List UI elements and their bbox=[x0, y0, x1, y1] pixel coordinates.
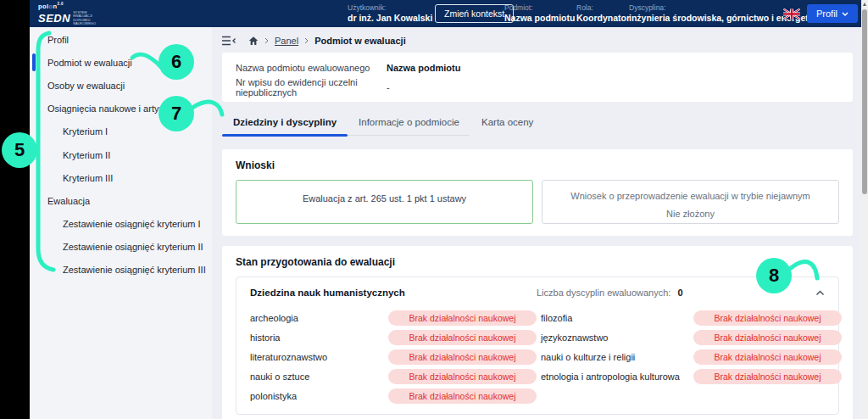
sidebar-item-zestawienie-1[interactable]: Zestawienie osiągnięć kryterium I bbox=[30, 213, 212, 236]
breadcrumb-panel-link[interactable]: Panel bbox=[275, 36, 298, 46]
confidential-request-status: Nie złożony bbox=[542, 209, 838, 219]
chevron-down-icon bbox=[842, 12, 849, 16]
discipline-name: etnologia i antropologia kulturowa bbox=[541, 372, 693, 382]
polon-wordmark: polon2.0 bbox=[38, 3, 96, 9]
active-tab-underline bbox=[222, 134, 348, 137]
status-badge: Brak działalności naukowej bbox=[388, 369, 537, 384]
evaluation-mode-box: Ewaluacja z art. 265 ust. 1 pkt 1 ustawy bbox=[236, 180, 533, 224]
app-window: polon2.0 SEDN SystemEwaluacjiDorobkuNauk… bbox=[30, 0, 861, 419]
discipline-name: nauki o kulturze i religii bbox=[541, 352, 693, 362]
discipline-name: filozofia bbox=[541, 313, 693, 323]
status-badge: Brak działalności naukowej bbox=[388, 388, 537, 404]
status-badge: Brak działalności naukowej bbox=[693, 369, 842, 384]
breadcrumb: Panel Podmiot w ewaluacji bbox=[222, 31, 853, 51]
user-label: Użytkownik: bbox=[348, 3, 432, 13]
registry-number-row: Nr wpisu do ewidencji uczelni niepublicz… bbox=[236, 77, 839, 97]
preparation-title: Stan przygotowania do ewaluacji bbox=[236, 256, 839, 268]
sidebar-item-zestawienie-3[interactable]: Zestawienie osiągnięć kryterium III bbox=[30, 259, 212, 282]
callout-7: 7 bbox=[159, 96, 194, 131]
main-content: Panel Podmiot w ewaluacji Nazwa podmiotu… bbox=[212, 27, 861, 419]
callout-6: 6 bbox=[159, 44, 194, 80]
discipline-name: archeologia bbox=[250, 313, 388, 323]
confidential-request-box: Wniosek o przeprowadzenie ewaluacji w tr… bbox=[542, 180, 839, 224]
subject-info-card: Nazwa podmiotu ewaluowanego Nazwa podmio… bbox=[222, 53, 853, 102]
discipline-name: literaturoznawstwo bbox=[250, 352, 388, 362]
chevron-up-icon[interactable] bbox=[815, 290, 825, 296]
chevron-right-icon bbox=[264, 36, 269, 46]
sidebar-item-zestawienie-2[interactable]: Zestawienie osiągnięć kryterium II bbox=[30, 236, 212, 259]
tab-informacje-o-podmiocie[interactable]: Informacje o podmiocie bbox=[348, 112, 470, 135]
status-badge: Brak działalności naukowej bbox=[693, 349, 842, 365]
sidebar-item-ewaluacja[interactable]: Ewaluacja bbox=[30, 189, 212, 212]
active-item-indicator bbox=[32, 53, 36, 71]
evaluated-count-value: 0 bbox=[677, 288, 682, 298]
header-context-rola: Rola: Koordynator bbox=[576, 3, 630, 24]
discipline-name: nauki o sztuce bbox=[250, 372, 388, 382]
status-badge-wrap: Brak działalności naukowej bbox=[693, 368, 842, 384]
registry-number-label: Nr wpisu do ewidencji uczelni niepublicz… bbox=[236, 77, 387, 98]
domain-name: Dziedzina nauk humanistycznych bbox=[250, 288, 537, 298]
user-name: dr inż. Jan Kowalski bbox=[348, 13, 432, 24]
subject-name-row: Nazwa podmiotu ewaluowanego Nazwa podmio… bbox=[236, 58, 839, 77]
status-badge: Brak działalności naukowej bbox=[693, 310, 842, 326]
scrollbar-thumb[interactable] bbox=[862, 9, 867, 194]
status-badge-wrap: Brak działalności naukowej bbox=[388, 368, 541, 384]
callout-8: 8 bbox=[756, 258, 792, 293]
screenshot-root: polon2.0 SEDN SystemEwaluacjiDorobkuNauk… bbox=[0, 0, 868, 419]
status-badge-wrap: Brak działalności naukowej bbox=[693, 310, 842, 326]
status-badge: Brak działalności naukowej bbox=[388, 330, 537, 345]
sidebar-item-kryterium-3[interactable]: Kryterium III bbox=[30, 166, 212, 189]
sidebar-nav: Profil Podmiot w ewaluacji Osoby w ewalu… bbox=[30, 27, 212, 419]
status-badge-wrap: Brak działalności naukowej bbox=[388, 310, 541, 326]
polon-sedn-logo: polon2.0 SEDN SystemEwaluacjiDorobkuNauk… bbox=[38, 3, 96, 26]
sedn-tagline: SystemEwaluacjiDorobkuNaukowego bbox=[73, 11, 96, 26]
status-badge: Brak działalności naukowej bbox=[693, 330, 842, 345]
confidential-request-title: Wniosek o przeprowadzenie ewaluacji w tr… bbox=[542, 191, 838, 201]
subject-name-value: Nazwa podmiotu bbox=[387, 63, 839, 73]
domain-panel-header[interactable]: Dziedzina nauk humanistycznych Liczba dy… bbox=[236, 277, 838, 308]
home-icon[interactable] bbox=[248, 36, 259, 46]
vertical-scrollbar[interactable] bbox=[861, 0, 868, 419]
tab-bar: Dziedziny i dyscypliny Informacje o podm… bbox=[222, 112, 470, 136]
tab-karta-oceny[interactable]: Karta oceny bbox=[470, 112, 544, 135]
status-badge: Brak działalności naukowej bbox=[388, 349, 537, 365]
header-user-block: Użytkownik: dr inż. Jan Kowalski bbox=[348, 3, 432, 24]
uk-flag-language-icon[interactable] bbox=[783, 8, 800, 19]
collapse-sidebar-icon[interactable] bbox=[222, 36, 236, 46]
change-context-button[interactable]: Zmień kontekst bbox=[435, 4, 514, 23]
sidebar-item-kryterium-2[interactable]: Kryterium II bbox=[30, 143, 212, 166]
wnioski-title: Wnioski bbox=[236, 159, 839, 171]
scrollbar-up-arrow-icon[interactable] bbox=[863, 3, 866, 6]
status-badge-wrap: Brak działalności naukowej bbox=[693, 349, 842, 365]
chevron-right-icon bbox=[304, 36, 309, 46]
sedn-wordmark: SEDN bbox=[38, 13, 70, 24]
status-badge-wrap: Brak działalności naukowej bbox=[693, 329, 842, 345]
tab-dziedziny-i-dyscypliny[interactable]: Dziedziny i dyscypliny bbox=[222, 112, 348, 135]
subject-name-label: Nazwa podmiotu ewaluowanego bbox=[236, 63, 387, 73]
status-badge: Brak działalności naukowej bbox=[388, 310, 537, 326]
status-badge-wrap: Brak działalności naukowej bbox=[388, 349, 541, 365]
profile-button[interactable]: Profil bbox=[807, 4, 858, 23]
status-badge-wrap: Brak działalności naukowej bbox=[388, 388, 541, 404]
wnioski-card: Wnioski Ewaluacja z art. 265 ust. 1 pkt … bbox=[222, 149, 853, 236]
evaluated-count-label: Liczba dyscyplin ewaluowanych: bbox=[537, 288, 670, 298]
domain-panel-humanistyczne: Dziedzina nauk humanistycznych Liczba dy… bbox=[236, 277, 839, 415]
discipline-name: polonistyka bbox=[250, 391, 388, 401]
discipline-name: językoznawstwo bbox=[541, 332, 693, 343]
breadcrumb-current: Podmiot w ewaluacji bbox=[314, 36, 406, 46]
registry-number-value: - bbox=[387, 82, 839, 92]
discipline-grid: archeologia Brak działalności naukowej f… bbox=[236, 308, 838, 414]
discipline-name: historia bbox=[250, 332, 388, 343]
top-header: polon2.0 SEDN SystemEwaluacjiDorobkuNauk… bbox=[30, 0, 861, 27]
status-badge-wrap: Brak działalności naukowej bbox=[388, 329, 541, 345]
callout-5: 5 bbox=[2, 132, 37, 168]
header-context-podmiot: Podmiot: Nazwa podmiotu bbox=[504, 3, 575, 24]
